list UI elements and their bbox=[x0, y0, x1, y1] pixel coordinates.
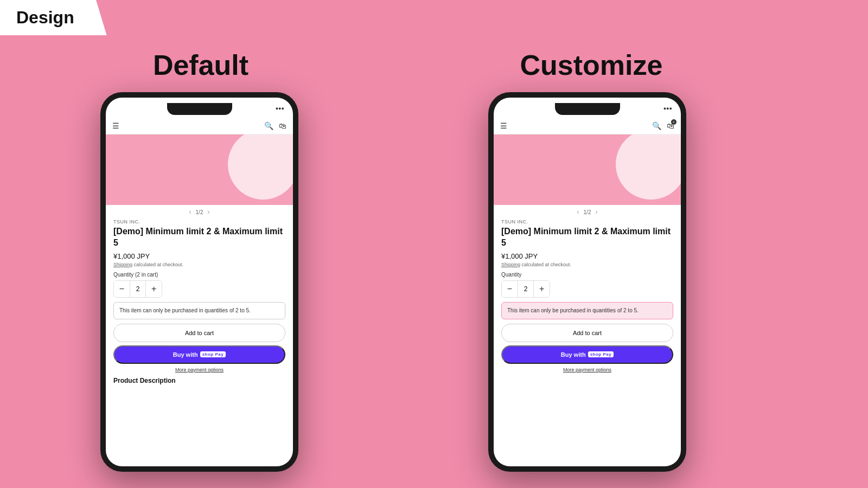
product-price-right: ¥1,000 JPY bbox=[501, 252, 673, 260]
shop-pay-badge: shop Pay bbox=[200, 351, 226, 357]
decrement-button-right[interactable]: − bbox=[502, 281, 518, 297]
status-icons-right: ●●● bbox=[663, 106, 672, 111]
product-image-blob bbox=[228, 134, 293, 200]
shipping-info-right: Shipping calculated at checkout. bbox=[501, 262, 673, 267]
quantity-value: 2 bbox=[130, 281, 146, 297]
nav-bar-default: ☰ 🔍 🛍 bbox=[106, 117, 293, 134]
search-icon[interactable]: 🔍 bbox=[264, 121, 273, 130]
bag-icon[interactable]: 🛍 bbox=[279, 121, 286, 130]
more-payment-link-default[interactable]: More payment options bbox=[113, 366, 285, 374]
product-content-default: TSUN INC. [Demo] Minimum limit 2 & Maxim… bbox=[106, 219, 293, 384]
phone-notch-right bbox=[555, 103, 620, 115]
cart-count: 0 bbox=[671, 119, 676, 125]
increment-button[interactable]: + bbox=[146, 281, 162, 297]
nav-icons-right: 🔍 🛍 bbox=[264, 121, 286, 130]
shipping-calc-text: calculated at checkout. bbox=[134, 262, 184, 267]
phone-customize: ●●● ☰ 🔍 🛍 0 ‹ 1/2 › TSUN INC. bbox=[488, 92, 686, 472]
next-arrow[interactable]: › bbox=[207, 208, 209, 216]
product-desc-label: Product Description bbox=[113, 377, 285, 384]
customize-heading: Customize bbox=[520, 49, 663, 81]
product-image bbox=[106, 134, 293, 205]
hamburger-icon-right[interactable]: ☰ bbox=[500, 121, 507, 130]
product-price: ¥1,000 JPY bbox=[113, 252, 285, 260]
phone-notch bbox=[167, 103, 232, 115]
shop-pay-button-default[interactable]: Buy with shop Pay bbox=[113, 345, 285, 364]
add-to-cart-button-default[interactable]: Add to cart bbox=[113, 324, 285, 342]
hamburger-icon[interactable]: ☰ bbox=[112, 121, 119, 130]
design-title: Design bbox=[16, 8, 74, 28]
quantity-stepper-customize: − 2 + bbox=[501, 280, 550, 298]
page-indicator: 1/2 bbox=[196, 209, 203, 215]
status-icons: ●●● bbox=[276, 106, 284, 111]
cart-badge[interactable]: 🛍 0 bbox=[667, 121, 674, 130]
shop-pay-button-customize[interactable]: Buy with shop Pay bbox=[501, 345, 673, 364]
add-to-cart-button-customize[interactable]: Add to cart bbox=[501, 324, 673, 342]
next-arrow-right[interactable]: › bbox=[595, 208, 597, 216]
warning-text: This item can only be purchased in quant… bbox=[119, 307, 251, 313]
warning-box-default: This item can only be purchased in quant… bbox=[113, 302, 285, 319]
shipping-info: Shipping calculated at checkout. bbox=[113, 262, 285, 267]
warning-text-right: This item can only be purchased in quant… bbox=[507, 307, 639, 313]
quantity-label-right: Quantity bbox=[501, 272, 673, 278]
decrement-button[interactable]: − bbox=[114, 281, 130, 297]
page-indicator-right: 1/2 bbox=[584, 209, 591, 215]
product-content-customize: TSUN INC. [Demo] Minimum limit 2 & Maxim… bbox=[494, 219, 681, 374]
product-title-right: [Demo] Minimum limit 2 & Maximum limit 5 bbox=[501, 226, 673, 249]
design-label: Design bbox=[0, 0, 107, 35]
more-payment-link-customize[interactable]: More payment options bbox=[501, 366, 673, 374]
phone-screen-default: ●●● ☰ 🔍 🛍 ‹ 1/2 › TSUN INC. [Demo] Minim… bbox=[106, 98, 293, 466]
quantity-label: Quantity (2 in cart) bbox=[113, 272, 285, 278]
brand-name-right: TSUN INC. bbox=[501, 219, 673, 224]
search-icon-right[interactable]: 🔍 bbox=[652, 121, 661, 130]
prev-arrow-right[interactable]: ‹ bbox=[577, 208, 579, 216]
product-image-right bbox=[494, 134, 681, 205]
phone-screen-customize: ●●● ☰ 🔍 🛍 0 ‹ 1/2 › TSUN INC. bbox=[494, 98, 681, 466]
product-image-blob-right bbox=[616, 134, 681, 200]
quantity-stepper-default: − 2 + bbox=[113, 280, 162, 298]
signal-icon: ●●● bbox=[276, 106, 284, 111]
quantity-value-right: 2 bbox=[518, 281, 534, 297]
shop-pay-badge-right: shop Pay bbox=[588, 351, 614, 357]
prev-arrow[interactable]: ‹ bbox=[189, 208, 192, 216]
pagination-default: ‹ 1/2 › bbox=[106, 205, 293, 219]
buy-with-label-right: Buy with bbox=[561, 351, 586, 358]
shipping-calc-text-right: calculated at checkout. bbox=[522, 262, 572, 267]
nav-icons-right-customize: 🔍 🛍 0 bbox=[652, 121, 674, 130]
buy-with-label: Buy with bbox=[173, 351, 198, 358]
product-title: [Demo] Minimum limit 2 & Maximum limit 5 bbox=[113, 226, 285, 249]
default-heading: Default bbox=[153, 49, 248, 81]
warning-box-customize: This item can only be purchased in quant… bbox=[501, 302, 673, 319]
shipping-link-right[interactable]: Shipping bbox=[501, 262, 520, 267]
increment-button-right[interactable]: + bbox=[534, 281, 550, 297]
pagination-customize: ‹ 1/2 › bbox=[494, 205, 681, 219]
nav-bar-customize: ☰ 🔍 🛍 0 bbox=[494, 117, 681, 134]
signal-icon-right: ●●● bbox=[663, 106, 672, 111]
brand-name: TSUN INC. bbox=[113, 219, 285, 224]
shipping-link[interactable]: Shipping bbox=[113, 262, 132, 267]
phone-default: ●●● ☰ 🔍 🛍 ‹ 1/2 › TSUN INC. [Demo] Minim… bbox=[100, 92, 298, 472]
